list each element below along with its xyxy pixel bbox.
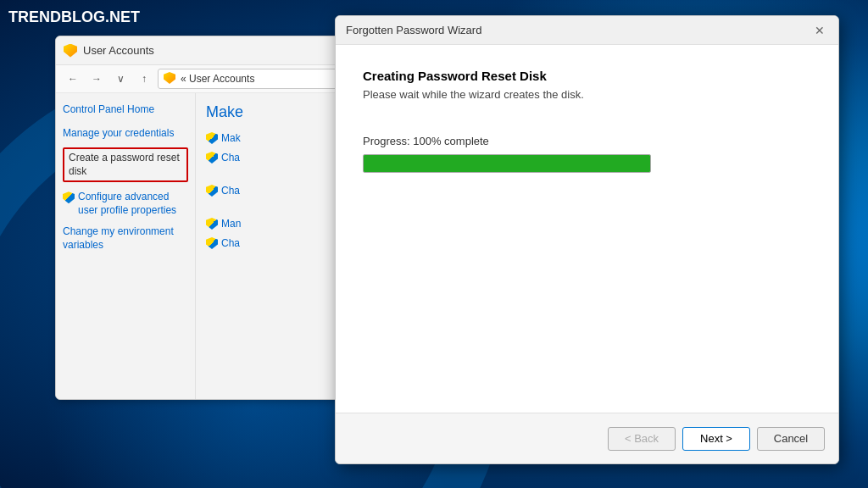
create-password-reset-link[interactable]: Create a password reset disk bbox=[63, 147, 188, 182]
change-environment-link[interactable]: Change my environment variables bbox=[63, 225, 188, 252]
control-panel-home-link[interactable]: Control Panel Home bbox=[63, 103, 188, 115]
next-button[interactable]: Next > bbox=[682, 427, 750, 451]
configure-advanced-item: Configure advanced user profile properti… bbox=[63, 191, 188, 217]
forward-button[interactable]: → bbox=[86, 69, 107, 89]
shield-color-icon-1 bbox=[63, 191, 75, 203]
address-shield bbox=[164, 72, 175, 84]
wizard-header-subtitle: Please wait while the wizard creates the… bbox=[363, 88, 811, 101]
wizard-title-text: Forgotten Password Wizard bbox=[346, 24, 481, 36]
manage-credentials-link[interactable]: Manage your credentials bbox=[63, 127, 188, 139]
dropdown-button[interactable]: ∨ bbox=[110, 69, 131, 89]
back-button[interactable]: < Back bbox=[608, 427, 676, 451]
cancel-button[interactable]: Cancel bbox=[757, 427, 825, 451]
action-shield-1 bbox=[206, 132, 218, 144]
wizard-titlebar: Forgotten Password Wizard ✕ bbox=[336, 16, 838, 45]
address-text: « User Accounts bbox=[181, 73, 254, 85]
wizard-close-button[interactable]: ✕ bbox=[811, 22, 828, 39]
action-shield-2 bbox=[206, 152, 218, 164]
wizard-body: Creating Password Reset Disk Please wait… bbox=[336, 45, 838, 413]
action-text-2[interactable]: Cha bbox=[221, 152, 240, 164]
action-text-4[interactable]: Man bbox=[221, 218, 241, 230]
action-text-3[interactable]: Cha bbox=[221, 185, 240, 197]
configure-advanced-link[interactable]: Configure advanced user profile properti… bbox=[78, 191, 188, 217]
action-shield-5 bbox=[206, 237, 218, 249]
wizard-header-title: Creating Password Reset Disk bbox=[363, 69, 811, 83]
wizard-footer: < Back Next > Cancel bbox=[336, 413, 838, 463]
action-shield-4 bbox=[206, 218, 218, 230]
ua-sidebar: Control Panel Home Manage your credentia… bbox=[56, 93, 196, 400]
shield-icon bbox=[64, 44, 77, 58]
back-button[interactable]: ← bbox=[63, 69, 83, 89]
action-shield-3 bbox=[206, 185, 218, 197]
watermark: TRENDBLOG.NET bbox=[8, 8, 140, 26]
ua-title-icon bbox=[63, 43, 78, 58]
address-shield-icon bbox=[164, 72, 177, 86]
action-text-1[interactable]: Mak bbox=[221, 132, 241, 144]
ua-title-text: User Accounts bbox=[83, 44, 154, 57]
up-button[interactable]: ↑ bbox=[134, 69, 154, 89]
progress-label: Progress: 100% complete bbox=[363, 135, 811, 147]
action-text-5[interactable]: Cha bbox=[221, 237, 240, 249]
progress-bar-container bbox=[363, 154, 651, 173]
wizard-dialog: Forgotten Password Wizard ✕ Creating Pas… bbox=[335, 15, 839, 464]
progress-bar-fill bbox=[364, 155, 650, 172]
